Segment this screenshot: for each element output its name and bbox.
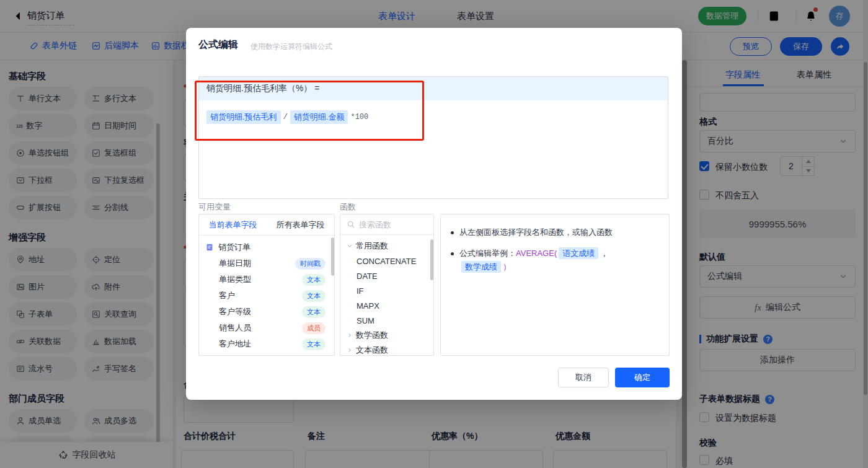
variables-scrollbar[interactable] (331, 237, 334, 276)
formula-editor[interactable]: 销货明细.预估毛利率（%） = 销货明细.预估毛利 / 销货明细.金额 *100 (198, 76, 668, 199)
type-badge: 文本 (302, 274, 326, 286)
tree-root-form[interactable]: 销货订单 (199, 239, 334, 255)
variable-row[interactable]: 客户地址文本 (199, 336, 334, 352)
type-badge: 成员 (302, 322, 326, 334)
variable-row[interactable]: 单据类型文本 (199, 272, 334, 288)
tab-current-form-fields[interactable]: 当前表单字段 (199, 214, 267, 235)
function-item[interactable]: MAPX (340, 298, 433, 313)
function-group-text[interactable]: 文本函数 (340, 343, 433, 356)
field-chip[interactable]: 销货明细.金额 (290, 110, 348, 124)
search-icon (347, 220, 355, 229)
confirm-button[interactable]: 确定 (615, 368, 670, 387)
function-item[interactable]: SUM (340, 313, 433, 328)
type-badge: 时间戳 (295, 258, 326, 270)
document-icon (205, 243, 214, 252)
variables-panel: 当前表单字段 所有表单字段 销货订单 单据日期时间戳 单据类型文本 客户文本 客… (198, 214, 335, 356)
type-badge: 文本 (302, 306, 326, 318)
formula-target: 销货明细.预估毛利率（%） = (199, 77, 668, 100)
field-chip[interactable]: 销货明细.预估毛利 (206, 110, 281, 124)
modal-subtitle: 使用数学运算符编辑公式 (250, 42, 332, 52)
formula-expression[interactable]: 销货明细.预估毛利 / 销货明细.金额 *100 (199, 100, 668, 134)
example-chip: 语文成绩 (559, 247, 598, 259)
functions-scrollbar[interactable] (430, 239, 433, 280)
function-group-common[interactable]: 常用函数 (340, 239, 433, 254)
variable-row[interactable]: 销售人员成员 (199, 320, 334, 336)
function-item[interactable]: CONCATENATE (340, 254, 433, 268)
functions-label: 函数 (340, 201, 356, 213)
function-search[interactable] (340, 214, 433, 235)
bullet (451, 252, 454, 255)
type-badge: 文本 (302, 338, 326, 350)
chevron-right-icon (347, 347, 353, 353)
functions-panel: 常用函数 CONCATENATE DATE IF MAPX SUM 数学函数 文… (340, 214, 434, 356)
example-chip: 数学成绩 (461, 261, 501, 273)
function-group-math[interactable]: 数学函数 (340, 328, 433, 343)
function-search-input[interactable] (359, 220, 421, 229)
close-icon[interactable] (654, 40, 664, 50)
variables-label: 可用变量 (198, 201, 231, 213)
variable-row[interactable]: 客户等级文本 (199, 304, 334, 320)
modal-title: 公式编辑 (198, 38, 238, 51)
formula-help-panel: 从左侧面板选择字段名和函数，或输入函数 公式编辑举例：AVERAGE(语文成绩，… (440, 214, 670, 356)
tab-all-form-fields[interactable]: 所有表单字段 (267, 214, 334, 235)
function-item[interactable]: DATE (340, 268, 433, 283)
variable-row[interactable]: 客户文本 (199, 288, 334, 304)
chevron-down-icon (347, 243, 353, 249)
function-item[interactable]: IF (340, 283, 433, 298)
cancel-button[interactable]: 取消 (558, 368, 609, 387)
type-badge: 文本 (302, 290, 326, 302)
bullet (451, 231, 454, 234)
help-tip-2: 公式编辑举例：AVERAGE(语文成绩，数学成绩） (451, 247, 659, 274)
chevron-right-icon (347, 332, 353, 338)
variables-tabs: 当前表单字段 所有表单字段 (199, 214, 334, 236)
formula-edit-modal: 公式编辑 使用数学运算符编辑公式 销货明细.预估毛利率（%） = 销货明细.预估… (186, 28, 682, 400)
variable-row[interactable]: 单据日期时间戳 (199, 255, 334, 272)
help-tip-1: 从左侧面板选择字段名和函数，或输入函数 (451, 226, 659, 239)
